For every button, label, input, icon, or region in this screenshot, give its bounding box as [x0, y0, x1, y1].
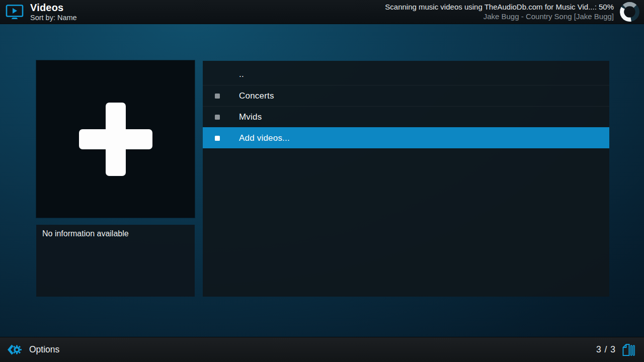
list-item-concerts[interactable]: Concerts [203, 85, 609, 106]
sort-order-label: Sort by: Name [30, 14, 77, 22]
info-text: No information available [42, 229, 129, 238]
background: Videos Sort by: Name Scanning music vide… [0, 0, 644, 362]
footer-bar: Options 3 / 3 [0, 337, 644, 362]
options-label: Options [29, 344, 59, 355]
header-bar: Videos Sort by: Name Scanning music vide… [0, 0, 644, 24]
page-title: Videos [30, 2, 77, 13]
footer-right: 3 / 3 [596, 343, 644, 357]
list-item-label: .. [239, 69, 244, 79]
video-sources-list: .. Concerts Mvids Add videos... [203, 61, 609, 297]
square-bullet-icon [215, 94, 220, 99]
scan-current-item-text: Jake Bugg - Country Song [Jake Bugg] [484, 12, 614, 22]
options-gear-icon [7, 343, 22, 357]
info-panel: No information available [36, 225, 195, 297]
title-block: Videos Sort by: Name [30, 2, 77, 22]
header-right: Scanning music videos using TheAudioDb.c… [385, 1, 644, 23]
focused-item-thumbnail [36, 60, 195, 218]
busy-spinner-icon [618, 1, 641, 23]
list-item-add-videos[interactable]: Add videos... [203, 127, 609, 148]
list-item-label: Concerts [239, 91, 274, 101]
scan-progress-text: Scanning music videos using TheAudioDb.c… [385, 3, 614, 12]
list-item-label: Add videos... [239, 133, 290, 143]
options-button[interactable]: Options [0, 343, 59, 357]
stacked-pages-icon[interactable] [621, 343, 636, 357]
page-position: 3 / 3 [596, 344, 616, 355]
square-bullet-icon [215, 136, 220, 141]
scan-status: Scanning music videos using TheAudioDb.c… [385, 3, 614, 22]
list-item-mvids[interactable]: Mvids [203, 106, 609, 127]
header-left: Videos Sort by: Name [0, 2, 77, 22]
video-monitor-play-icon [6, 4, 24, 20]
list-item-parent-folder[interactable]: .. [203, 64, 609, 85]
list-item-label: Mvids [239, 112, 262, 122]
square-bullet-icon [215, 115, 220, 120]
